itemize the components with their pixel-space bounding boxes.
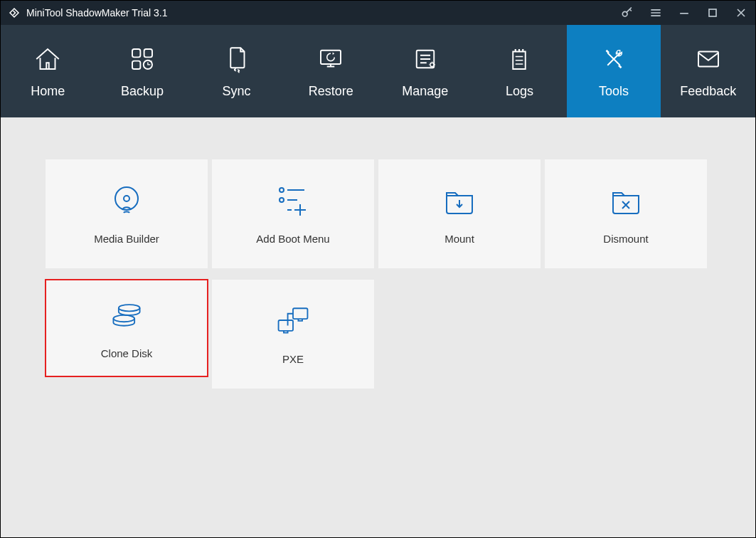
svg-rect-18 xyxy=(279,320,293,331)
nav-label: Sync xyxy=(223,84,251,99)
restore-icon xyxy=(316,44,346,74)
content-area: Media Builder Add Boot Menu xyxy=(1,117,755,537)
tile-clone-disk[interactable]: Clone Disk xyxy=(45,279,208,377)
tile-label: PXE xyxy=(282,353,304,365)
svg-point-13 xyxy=(279,198,284,202)
sync-icon xyxy=(222,44,252,74)
feedback-icon xyxy=(693,44,723,74)
logs-icon xyxy=(504,44,534,74)
svg-rect-3 xyxy=(144,49,152,57)
svg-rect-4 xyxy=(132,60,140,68)
nav-label: Manage xyxy=(402,84,448,99)
app-logo-icon xyxy=(8,6,21,19)
tile-dismount[interactable]: Dismount xyxy=(544,159,708,269)
svg-point-14 xyxy=(279,208,284,212)
nav-label: Restore xyxy=(309,84,353,99)
svg-rect-17 xyxy=(293,308,307,319)
clone-disk-icon xyxy=(108,297,145,332)
svg-point-10 xyxy=(115,187,138,210)
tile-label: Clone Disk xyxy=(101,347,153,359)
tile-label: Add Boot Menu xyxy=(256,233,329,245)
svg-rect-2 xyxy=(132,49,140,57)
svg-point-0 xyxy=(622,11,627,16)
tile-pxe[interactable]: PXE xyxy=(211,279,375,389)
nav-tools[interactable]: Tools xyxy=(567,25,661,117)
nav-manage[interactable]: Manage xyxy=(378,25,473,117)
dismount-icon xyxy=(607,183,644,217)
svg-point-15 xyxy=(119,305,140,311)
svg-point-11 xyxy=(124,196,129,201)
maximize-button[interactable] xyxy=(698,1,727,25)
tile-mount[interactable]: Mount xyxy=(378,159,541,269)
nav-label: Backup xyxy=(121,84,164,99)
svg-rect-1 xyxy=(709,9,716,16)
add-boot-menu-icon xyxy=(275,183,312,217)
nav-logs[interactable]: Logs xyxy=(472,25,567,117)
home-icon xyxy=(33,44,63,74)
nav-label: Home xyxy=(31,84,65,99)
nav-backup[interactable]: Backup xyxy=(95,25,190,117)
nav-label: Logs xyxy=(506,84,533,99)
mount-icon xyxy=(441,183,478,217)
menu-icon[interactable] xyxy=(641,1,670,25)
tile-label: Media Builder xyxy=(94,233,159,245)
close-button[interactable] xyxy=(727,1,755,25)
svg-rect-6 xyxy=(321,50,341,63)
nav-sync[interactable]: Sync xyxy=(189,25,284,117)
pxe-icon xyxy=(275,303,312,337)
tools-icon xyxy=(599,44,629,74)
tile-add-boot-menu[interactable]: Add Boot Menu xyxy=(211,159,375,269)
manage-icon xyxy=(410,44,440,74)
tile-label: Dismount xyxy=(603,233,648,245)
tools-grid: Media Builder Add Boot Menu xyxy=(45,159,711,389)
title-bar: MiniTool ShadowMaker Trial 3.1 xyxy=(1,1,755,25)
backup-icon xyxy=(127,44,157,74)
key-icon[interactable] xyxy=(613,1,641,25)
nav-feedback[interactable]: Feedback xyxy=(661,25,755,117)
app-title: MiniTool ShadowMaker Trial 3.1 xyxy=(26,7,167,19)
svg-point-12 xyxy=(279,188,284,192)
nav-home[interactable]: Home xyxy=(1,25,95,117)
tile-media-builder[interactable]: Media Builder xyxy=(45,159,208,269)
app-window: MiniTool ShadowMaker Trial 3.1 Home xyxy=(0,0,756,538)
svg-rect-9 xyxy=(698,51,718,66)
media-builder-icon xyxy=(108,183,145,217)
nav-label: Feedback xyxy=(680,84,736,99)
svg-point-16 xyxy=(113,315,134,321)
nav-restore[interactable]: Restore xyxy=(284,25,378,117)
tile-label: Mount xyxy=(444,233,474,245)
nav-bar: Home Backup Sy xyxy=(1,25,755,117)
nav-label: Tools xyxy=(599,84,629,99)
minimize-button[interactable] xyxy=(670,1,698,25)
